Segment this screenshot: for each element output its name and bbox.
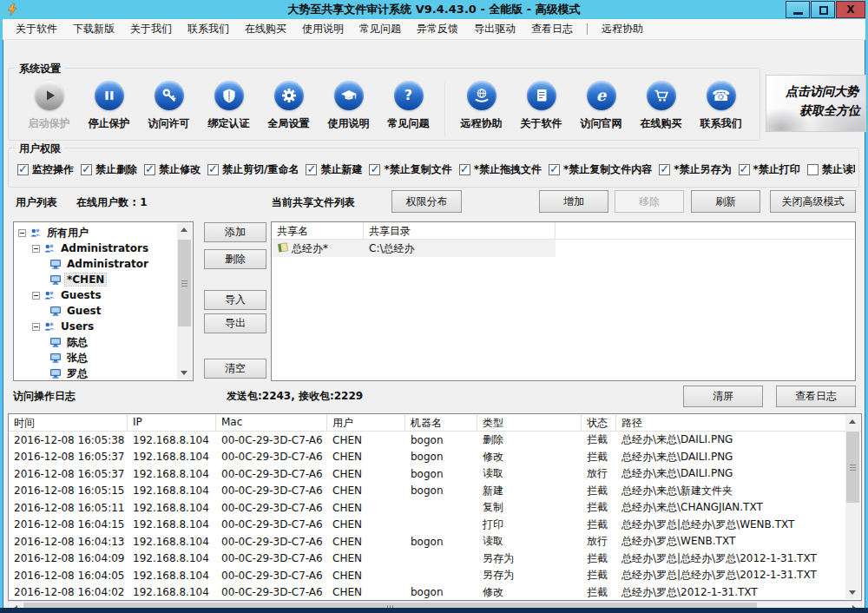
scroll-down-icon[interactable] — [845, 584, 860, 599]
checkbox-no-read[interactable]: 禁止读取 — [807, 162, 855, 177]
menu-item-view-log[interactable]: 查看日志 — [523, 19, 581, 39]
menu-item-buy-online[interactable]: 在线购买 — [237, 19, 294, 39]
checkbox-no-copy-file[interactable]: *禁止复制文件 — [369, 162, 451, 177]
clear-screen-button[interactable]: 清屏 — [683, 386, 763, 407]
scrollbar-thumb[interactable] — [846, 432, 859, 503]
column-type[interactable]: 类型 — [477, 414, 582, 431]
checkbox-no-modify[interactable]: 禁止修改 — [144, 162, 201, 177]
menu-item-about-us[interactable]: 关于我们 — [122, 19, 180, 39]
log-scrollbar[interactable] — [845, 415, 860, 599]
menu-item-contact-us[interactable]: 联系我们 — [180, 19, 237, 39]
scroll-up-icon[interactable] — [177, 223, 192, 238]
log-row[interactable]: 2016-12-08 16:05:38 192.168.8.104 00-0C-… — [9, 432, 861, 449]
global-settings-button[interactable]: 全局设置 — [259, 81, 319, 131]
checkbox-no-cut-rename[interactable]: 禁止剪切/重命名 — [207, 162, 299, 177]
tree-item-guests[interactable]: Guests — [15, 287, 177, 303]
checkbox-no-create[interactable]: 禁止新建 — [306, 162, 362, 177]
stop-protection-button[interactable]: 停止保护 — [79, 81, 139, 131]
tree-item-administrator[interactable]: Administrator — [15, 256, 177, 272]
checkbox-icon[interactable] — [739, 164, 750, 175]
collapse-icon[interactable] — [32, 323, 40, 331]
menu-item-export-driver[interactable]: 导出驱动 — [466, 19, 523, 39]
minimize-button[interactable] — [786, 1, 810, 18]
share-row[interactable]: 总经办* C:\总经办 — [272, 240, 556, 257]
user-add-button[interactable]: 添加 — [204, 222, 266, 242]
tree-item-zhangzong[interactable]: 张总 — [15, 350, 177, 366]
log-row[interactable]: 2016-12-08 16:04:15 192.168.8.104 00-0C-… — [9, 517, 861, 534]
checkbox-icon[interactable] — [549, 164, 560, 175]
column-machine[interactable]: 机器名 — [405, 414, 477, 431]
scrollbar-thumb[interactable] — [178, 240, 191, 326]
tree-scrollbar[interactable] — [177, 223, 192, 379]
checkbox-no-copy-content[interactable]: *禁止复制文件内容 — [549, 162, 652, 177]
checkbox-no-save-as[interactable]: *禁止另存为 — [659, 162, 731, 177]
checkbox-icon[interactable] — [144, 164, 155, 175]
log-row[interactable]: 2016-12-08 16:04:13 192.168.8.104 00-0C-… — [9, 533, 861, 550]
access-permit-button[interactable]: 访问许可 — [139, 81, 199, 131]
column-ip[interactable]: IP — [128, 414, 216, 431]
contact-us-button[interactable]: ☎ 联系我们 — [691, 81, 751, 131]
column-mac[interactable]: Mac — [216, 414, 327, 431]
collapse-icon[interactable] — [18, 229, 26, 237]
user-delete-button[interactable]: 删除 — [204, 249, 266, 269]
checkbox-no-delete[interactable]: 禁止删除 — [81, 162, 137, 177]
log-row[interactable]: 2016-12-08 16:05:37 192.168.8.104 00-0C-… — [9, 449, 861, 466]
checkbox-no-drag-file[interactable]: *禁止拖拽文件 — [459, 162, 542, 177]
column-share-dir[interactable]: 共享目录 — [364, 222, 556, 239]
maximize-button[interactable] — [811, 1, 835, 18]
faq-button[interactable]: ? 常见问题 — [378, 81, 438, 131]
collapse-icon[interactable] — [32, 245, 40, 253]
column-time[interactable]: 时间 — [9, 414, 128, 431]
tree-item-all-users[interactable]: 所有用户 — [15, 225, 177, 241]
scroll-down-icon[interactable] — [177, 365, 192, 379]
about-software-button[interactable]: 关于软件 — [511, 81, 571, 131]
scroll-up-icon[interactable] — [845, 415, 860, 430]
log-row[interactable]: 2016-12-08 16:05:15 192.168.8.104 00-0C-… — [9, 483, 861, 500]
menu-item-about-software[interactable]: 关于软件 — [8, 19, 65, 39]
collapse-icon[interactable] — [32, 292, 40, 300]
user-import-button[interactable]: 导入 — [204, 290, 266, 310]
checkbox-icon[interactable] — [659, 164, 670, 175]
close-advanced-mode-button[interactable]: 关闭高级模式 — [770, 190, 856, 213]
tree-item-guest[interactable]: Guest — [15, 303, 177, 319]
checkbox-icon[interactable] — [369, 164, 380, 175]
column-path[interactable]: 路径 — [616, 414, 846, 431]
checkbox-icon[interactable] — [17, 164, 29, 175]
log-row[interactable]: 2016-12-08 16:05:11 192.168.8.104 00-0C-… — [9, 499, 861, 517]
user-export-button[interactable]: 导出 — [204, 313, 266, 333]
column-status[interactable]: 状态 — [582, 414, 616, 431]
checkbox-monitor[interactable]: 监控操作 — [17, 162, 74, 177]
buy-online-button[interactable]: 在线购买 — [631, 81, 691, 131]
column-user[interactable]: 用户 — [327, 414, 405, 431]
checkbox-icon[interactable] — [81, 164, 92, 175]
menu-item-faq[interactable]: 常见问题 — [352, 19, 409, 39]
menu-item-manual[interactable]: 使用说明 — [294, 19, 352, 39]
remote-assist-button[interactable]: 远程协助 — [451, 81, 511, 131]
share-add-button[interactable]: 增加 — [539, 190, 608, 213]
close-button[interactable]: X — [836, 1, 865, 18]
log-row[interactable]: 2016-12-08 16:04:09 192.168.8.104 00-0C-… — [9, 550, 861, 568]
tree-item-administrators[interactable]: Administrators — [15, 241, 177, 256]
checkbox-icon[interactable] — [207, 164, 219, 175]
visit-website-button[interactable]: e 访问官网 — [571, 81, 631, 131]
start-protection-button[interactable]: 启动保护 — [19, 81, 79, 131]
menu-item-download-new[interactable]: 下载新版 — [65, 19, 122, 39]
log-row[interactable]: 2016-12-08 16:04:05 192.168.8.104 00-0C-… — [9, 567, 861, 584]
view-log-button[interactable]: 查看日志 — [776, 386, 856, 407]
tree-item-luozong[interactable]: 罗总 — [15, 366, 177, 379]
tree-item-users-group[interactable]: Users — [15, 319, 177, 334]
tree-item-chenzong[interactable]: 陈总 — [15, 334, 177, 350]
tree-item-chen[interactable]: *CHEN — [15, 272, 177, 287]
log-row[interactable]: 2016-12-08 16:05:37 192.168.8.104 00-0C-… — [9, 465, 861, 483]
share-refresh-button[interactable]: 刷新 — [691, 190, 760, 213]
log-row[interactable]: 2016-12-08 16:04:02 192.168.8.104 00-0C-… — [9, 584, 861, 602]
share-remove-button[interactable]: 移除 — [615, 190, 684, 213]
usage-help-button[interactable]: 使用说明 — [319, 81, 378, 131]
menu-item-remote-assist[interactable]: 远程协助 — [594, 19, 651, 39]
permission-distribution-button[interactable]: 权限分布 — [391, 190, 462, 213]
user-clear-button[interactable]: 清空 — [204, 359, 266, 379]
checkbox-no-print[interactable]: *禁止打印 — [739, 162, 800, 177]
checkbox-icon[interactable] — [807, 164, 819, 175]
promo-banner[interactable]: 点击访问大势 获取全方位 — [766, 75, 866, 132]
checkbox-icon[interactable] — [306, 164, 317, 175]
